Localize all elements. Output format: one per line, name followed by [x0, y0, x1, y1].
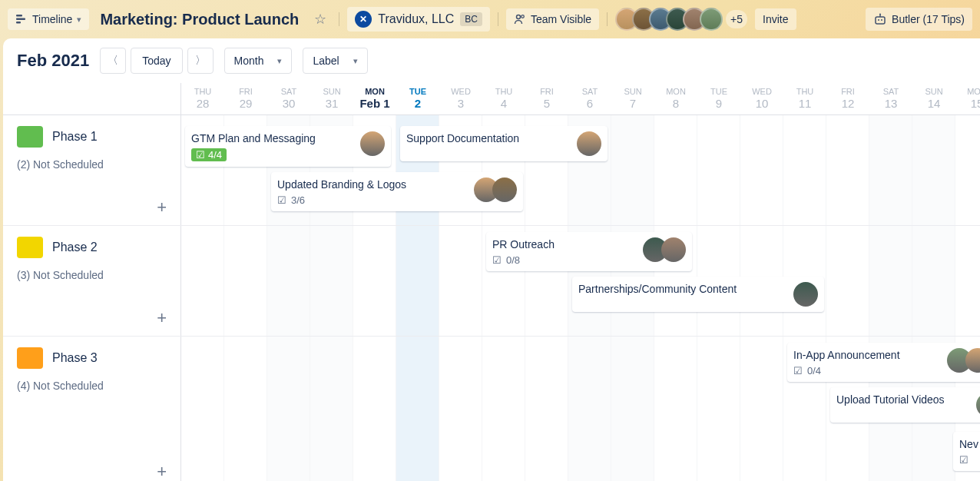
invite-button[interactable]: Invite	[755, 8, 796, 30]
checklist-badge: ☑0/4	[793, 365, 942, 377]
butler-icon	[873, 12, 887, 26]
color-swatch	[17, 237, 43, 258]
lane-sidebar: Phase 3(4) Not Scheduled+	[3, 337, 181, 481]
lane-sidebar: Phase 1(2) Not Scheduled+	[3, 115, 181, 225]
workspace-pill[interactable]: ✕ Travidux, LLC BC	[347, 7, 490, 32]
view-label: Timeline	[32, 13, 72, 25]
avatar[interactable]	[976, 393, 980, 417]
color-swatch	[17, 126, 43, 148]
workspace-name: Travidux, LLC	[378, 12, 454, 26]
unscheduled-count[interactable]: (4) Not Scheduled	[17, 380, 167, 392]
timeline-card[interactable]: Nev☑	[953, 432, 980, 471]
day-column: MONFeb 1	[353, 83, 396, 114]
day-column: SAT6	[568, 83, 611, 114]
butler-button[interactable]: Butler (17 Tips)	[866, 8, 972, 31]
divider	[339, 12, 339, 26]
period-label: Feb 2021	[17, 51, 89, 71]
day-column: MON8	[654, 83, 697, 114]
card-title: Partnerships/Community Content	[578, 282, 789, 296]
card-title: Support Documentation	[406, 131, 572, 145]
board-title[interactable]: Marketing: Product Launch	[97, 11, 302, 28]
day-column: TUE2	[396, 83, 439, 114]
svg-point-4	[521, 15, 525, 18]
timeline-card[interactable]: PR Outreach☑0/8	[486, 232, 692, 271]
lane-sidebar: Phase 2(3) Not Scheduled+	[3, 226, 181, 336]
lane: Phase 3(4) Not Scheduled+In-App Announce…	[3, 337, 980, 481]
card-members	[643, 237, 686, 262]
view-switcher[interactable]: Timeline ▾	[8, 8, 89, 30]
card-members	[793, 282, 818, 307]
day-column: SAT13	[869, 83, 912, 114]
card-members	[976, 393, 980, 417]
checklist-badge-complete: ☑4/4	[191, 148, 227, 161]
avatar[interactable]	[360, 131, 385, 156]
divider	[498, 12, 498, 26]
checklist-badge: ☑3/6	[277, 194, 469, 206]
avatar[interactable]	[492, 177, 517, 202]
lane-title[interactable]: Phase 1	[17, 126, 167, 148]
day-column: MON15	[955, 83, 980, 114]
avatar[interactable]	[661, 237, 686, 262]
add-card-button[interactable]: +	[157, 463, 167, 480]
lane-title[interactable]: Phase 3	[17, 347, 167, 369]
lane-title[interactable]: Phase 2	[17, 237, 167, 258]
timeline-grid: THU28FRI29SAT30SUN31MONFeb 1TUE2WED3THU4…	[3, 83, 980, 481]
svg-point-6	[878, 19, 879, 21]
svg-point-9	[879, 14, 881, 15]
card-members	[577, 131, 601, 156]
unscheduled-count[interactable]: (2) Not Scheduled	[17, 158, 167, 171]
timeline-card[interactable]: In-App Announcement☑0/4	[787, 343, 980, 382]
add-card-button[interactable]: +	[157, 199, 167, 216]
avatar[interactable]	[793, 282, 818, 307]
day-column: WED10	[740, 83, 783, 114]
avatar[interactable]	[700, 8, 723, 31]
member-avatars[interactable]: +5	[615, 8, 747, 31]
visibility-label: Team Visible	[531, 13, 591, 25]
unscheduled-count[interactable]: (3) Not Scheduled	[17, 269, 167, 281]
date-header: THU28FRI29SAT30SUN31MONFeb 1TUE2WED3THU4…	[3, 83, 980, 115]
day-column: THU11	[783, 83, 826, 114]
day-column: SUN31	[310, 83, 353, 114]
team-icon	[514, 13, 526, 25]
timeline-card[interactable]: GTM Plan and Messaging☑4/4	[185, 126, 391, 167]
card-title: PR Outreach	[492, 237, 638, 251]
card-members	[360, 131, 385, 156]
group-dropdown[interactable]: Label ▾	[303, 48, 367, 74]
timeline-card[interactable]: Upload Tutorial Videos	[830, 387, 980, 423]
today-button[interactable]: Today	[131, 48, 182, 74]
timeline-card[interactable]: Partnerships/Community Content	[572, 277, 824, 312]
avatar[interactable]	[577, 131, 601, 156]
chevron-down-icon: ▾	[77, 15, 81, 25]
card-members	[474, 177, 517, 202]
more-members[interactable]: +5	[726, 10, 747, 28]
checklist-badge: ☑0/8	[492, 254, 638, 266]
butler-label: Butler (17 Tips)	[892, 13, 965, 25]
card-title: Nev	[959, 437, 980, 451]
divider	[607, 12, 608, 26]
svg-point-7	[881, 19, 882, 21]
day-column: FRI5	[525, 83, 568, 114]
day-column: WED3	[439, 83, 482, 114]
lane-body[interactable]: In-App Announcement☑0/4Upload Tutorial V…	[181, 337, 980, 481]
star-button[interactable]: ☆	[310, 6, 331, 32]
timeline-card[interactable]: Support Documentation	[400, 126, 608, 161]
chevron-down-icon: ▾	[353, 56, 358, 66]
svg-rect-0	[16, 15, 22, 17]
workspace-icon: ✕	[355, 11, 372, 28]
lane-body[interactable]: PR Outreach☑0/8Partnerships/Community Co…	[181, 226, 980, 336]
visibility-button[interactable]: Team Visible	[506, 8, 599, 30]
timeline-toolbar: Feb 2021 〈 Today 〉 Month ▾ Label ▾	[3, 38, 980, 83]
chevron-down-icon: ▾	[277, 56, 282, 66]
timeline-card[interactable]: Updated Branding & Logos☑3/6	[271, 172, 523, 211]
scale-dropdown[interactable]: Month ▾	[224, 48, 293, 74]
prev-button[interactable]: 〈	[100, 48, 126, 74]
day-column: SAT30	[267, 83, 310, 114]
next-button[interactable]: 〉	[187, 48, 214, 74]
card-title: In-App Announcement	[793, 348, 942, 362]
lane-body[interactable]: GTM Plan and Messaging☑4/4Support Docume…	[181, 115, 980, 225]
svg-rect-5	[876, 17, 885, 24]
day-column: THU4	[482, 83, 525, 114]
day-column: SUN14	[912, 83, 955, 114]
day-column: SUN7	[611, 83, 654, 114]
add-card-button[interactable]: +	[157, 310, 167, 327]
